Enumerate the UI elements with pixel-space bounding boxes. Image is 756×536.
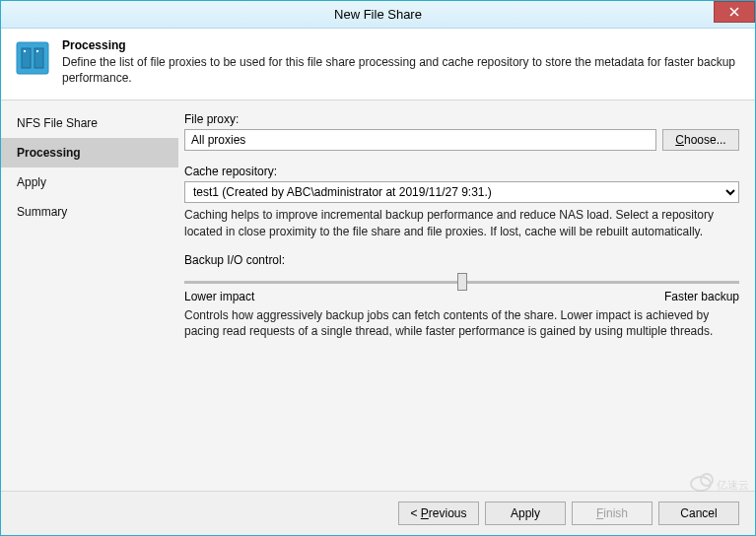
slider-labels: Lower impact Faster backup — [184, 290, 739, 303]
processing-icon — [15, 40, 50, 76]
cache-repo-label: Cache repository: — [184, 165, 739, 178]
header-description: Define the list of file proxies to be us… — [62, 54, 741, 86]
sidebar-item-processing[interactable]: Processing — [1, 138, 178, 168]
cache-help-text: Caching helps to improve incremental bac… — [184, 207, 739, 238]
io-help-text: Controls how aggressively backup jobs ca… — [184, 307, 739, 339]
backup-io-group: Backup I/O control: Lower impact Faster … — [184, 253, 739, 339]
finish-button[interactable]: Finish — [572, 502, 653, 525]
close-button[interactable] — [714, 1, 755, 23]
slider-low-label: Lower impact — [184, 290, 254, 303]
cache-repo-group: Cache repository: test1 (Created by ABC\… — [184, 165, 739, 238]
backup-io-slider[interactable] — [184, 281, 739, 284]
wizard-footer: < Previous Apply Finish Cancel — [1, 491, 755, 535]
titlebar: New File Share — [1, 1, 755, 29]
file-proxy-input[interactable] — [184, 129, 656, 151]
svg-rect-6 — [36, 50, 38, 52]
backup-io-label: Backup I/O control: — [184, 253, 739, 267]
choose-proxy-button[interactable]: Choose... — [662, 129, 739, 151]
wizard-header: Processing Define the list of file proxi… — [1, 29, 755, 100]
svg-rect-5 — [24, 50, 26, 52]
cache-repo-select[interactable]: test1 (Created by ABC\administrator at 2… — [184, 181, 739, 203]
cancel-button[interactable]: Cancel — [658, 502, 739, 525]
wizard-content: File proxy: Choose... Cache repository: … — [178, 100, 755, 491]
file-proxy-label: File proxy: — [184, 112, 739, 126]
new-file-share-wizard: New File Share Processing Define the lis… — [0, 0, 756, 536]
file-proxy-group: File proxy: Choose... — [184, 112, 739, 151]
apply-button[interactable]: Apply — [485, 502, 566, 525]
wizard-body: NFS File Share Processing Apply Summary … — [1, 100, 755, 491]
close-icon — [729, 7, 739, 17]
svg-rect-4 — [34, 48, 43, 68]
window-title: New File Share — [1, 7, 755, 22]
sidebar-item-summary[interactable]: Summary — [1, 197, 178, 227]
sidebar-item-apply[interactable]: Apply — [1, 168, 178, 197]
slider-high-label: Faster backup — [664, 290, 739, 303]
file-proxy-row: Choose... — [184, 129, 739, 151]
svg-rect-3 — [22, 48, 31, 68]
wizard-steps-sidebar: NFS File Share Processing Apply Summary — [1, 100, 178, 491]
header-text: Processing Define the list of file proxi… — [62, 38, 741, 86]
header-title: Processing — [62, 38, 741, 52]
sidebar-item-nfs-file-share[interactable]: NFS File Share — [1, 108, 178, 138]
previous-button[interactable]: < Previous — [398, 502, 479, 525]
